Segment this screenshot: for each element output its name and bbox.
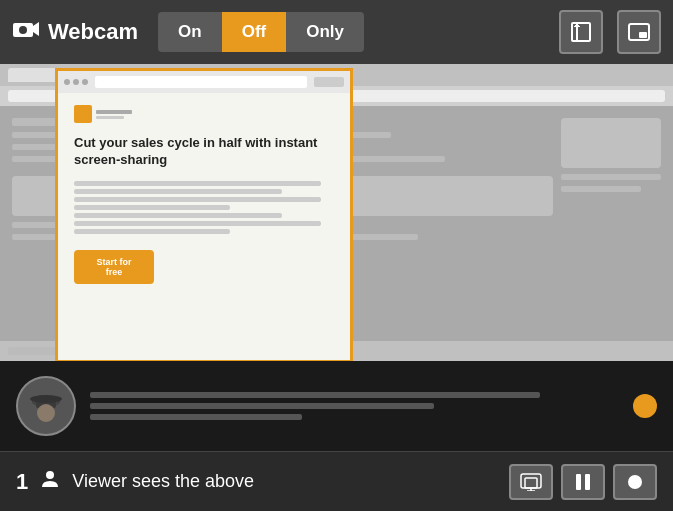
expand-icon-button[interactable]: [559, 10, 603, 54]
content-line-7: [74, 229, 230, 234]
webcam-title: Webcam: [48, 19, 138, 45]
browser-url-bar: [95, 76, 307, 88]
tab-only-button[interactable]: Only: [286, 12, 364, 52]
svg-point-11: [37, 404, 55, 422]
chat-line-2: [90, 403, 434, 409]
webcam-icon: [12, 19, 40, 45]
svg-rect-6: [639, 32, 647, 38]
avatar: [16, 376, 76, 436]
content-line-3: [74, 197, 321, 202]
bottom-controls: [509, 464, 657, 500]
person-icon: [38, 467, 62, 497]
content-line-4: [74, 205, 230, 210]
reaction-emoji: [633, 394, 657, 418]
bottom-bar: 1 Viewer sees the above: [0, 451, 673, 511]
chat-line-1: [90, 392, 540, 398]
cta-button[interactable]: Start for free: [74, 250, 154, 284]
browser-content: Cut your sales cycle in half with instan…: [58, 93, 350, 360]
browser-reload: [314, 77, 344, 87]
svg-rect-14: [521, 474, 541, 488]
browser-dot-2: [73, 79, 79, 85]
browser-dot-1: [64, 79, 70, 85]
content-line-6: [74, 221, 321, 226]
site-logo-icon: [74, 105, 92, 123]
top-bar: Webcam On Off Only: [0, 0, 673, 64]
webcam-icon-wrap: Webcam: [12, 19, 150, 45]
svg-point-2: [19, 26, 27, 34]
svg-point-12: [30, 395, 62, 403]
tab-on-button[interactable]: On: [158, 12, 222, 52]
viewer-count: 1: [16, 469, 28, 495]
browser-chrome: [58, 71, 350, 93]
site-logo-text1: [96, 110, 132, 114]
tab-off-button[interactable]: Off: [222, 12, 287, 52]
content-body: [74, 181, 334, 234]
content-heading: Cut your sales cycle in half with instan…: [74, 135, 334, 169]
viewer-label: Viewer sees the above: [72, 471, 499, 492]
svg-rect-19: [585, 474, 590, 490]
picture-in-picture-icon-button[interactable]: [617, 10, 661, 54]
main-content: Cut your sales cycle in half with instan…: [0, 64, 673, 451]
content-line-1: [74, 181, 321, 186]
content-line-5: [74, 213, 282, 218]
tab-group: On Off Only: [158, 12, 364, 52]
content-line-2: [74, 189, 282, 194]
svg-rect-15: [525, 478, 537, 488]
browser-dot-3: [82, 79, 88, 85]
svg-point-13: [46, 471, 54, 479]
webcam-feed: [0, 361, 673, 451]
svg-rect-18: [576, 474, 581, 490]
chat-line-3: [90, 414, 302, 420]
svg-point-20: [628, 475, 642, 489]
screen-share-button[interactable]: [509, 464, 553, 500]
pause-button[interactable]: [561, 464, 605, 500]
record-button[interactable]: [613, 464, 657, 500]
site-logo-text2: [96, 116, 124, 119]
highlighted-window: Cut your sales cycle in half with instan…: [55, 68, 353, 363]
svg-marker-1: [33, 22, 39, 36]
chat-lines: [90, 392, 619, 420]
